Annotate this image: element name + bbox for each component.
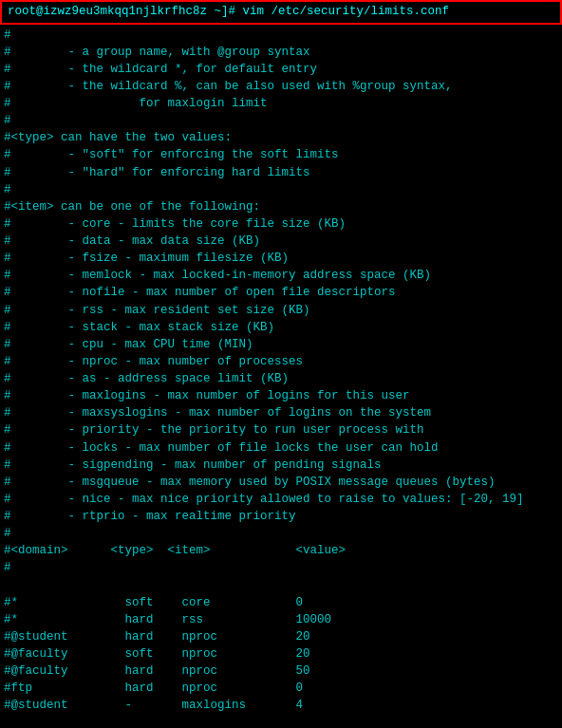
line-fsize: # - fsize - maximum filesize (KB) (4, 250, 558, 267)
line-locks: # - locks - max number of file locks the… (4, 439, 558, 457)
line-group: # - a group name, with @group syntax (4, 44, 558, 61)
line-hash5: # (4, 559, 558, 576)
terminal: root@izwz9eu3mkqq1njlkrfhc8z ~]# vim /et… (0, 0, 562, 728)
line-empty2 (4, 715, 558, 729)
line-stack: # - stack - max stack size (KB) (4, 319, 558, 336)
line-maxlogins: # - maxlogins - max number of logins for… (4, 387, 558, 404)
line-empty1 (4, 577, 558, 594)
main-content: # # - a group name, with @group syntax #… (0, 25, 562, 729)
line-rtprio: # - rtprio - max realtime priority (4, 508, 558, 525)
line-type-header: #<type> can have the two values: (4, 129, 558, 146)
title-bar: root@izwz9eu3mkqq1njlkrfhc8z ~]# vim /et… (0, 0, 562, 25)
line-hash2: # (4, 112, 558, 129)
line-wildcard1: # - the wildcard *, for default entry (4, 61, 558, 78)
line-sigpending: # - sigpending - max number of pending s… (4, 457, 558, 474)
line-ex1: #* soft core 0 (4, 594, 558, 611)
line-ex3: #@student hard nproc 20 (4, 628, 558, 645)
line-maxlogin: # for maxlogin limit (4, 95, 558, 112)
line-nofile: # - nofile - max number of open file des… (4, 284, 558, 301)
line-as: # - as - address space limit (KB) (4, 370, 558, 387)
title-text: root@izwz9eu3mkqq1njlkrfhc8z ~]# vim /et… (8, 5, 449, 18)
line-hash1: # (4, 27, 558, 44)
line-maxsyslogins: # - maxsyslogins - max number of logins … (4, 404, 558, 421)
line-cpu: # - cpu - max CPU time (MIN) (4, 336, 558, 353)
line-ex6: #ftp hard nproc 0 (4, 680, 558, 697)
line-soft: # - "soft" for enforcing the soft limits (4, 146, 558, 163)
line-rss: # - rss - max resident set size (KB) (4, 302, 558, 319)
line-ex4: #@faculty soft nproc 20 (4, 645, 558, 663)
line-data: # - data - max data size (KB) (4, 233, 558, 250)
line-memlock: # - memlock - max locked-in-memory addre… (4, 267, 558, 284)
line-priority: # - priority - the priority to run user … (4, 421, 558, 439)
line-hash3: # (4, 181, 558, 198)
line-hash4: # (4, 525, 558, 542)
line-ex2: #* hard rss 10000 (4, 611, 558, 628)
line-hard: # - "hard" for enforcing hard limits (4, 164, 558, 181)
line-item-header: #<item> can be one of the following: (4, 198, 558, 215)
line-ex7: #@student - maxlogins 4 (4, 697, 558, 714)
line-core: # - core - limits the core file size (KB… (4, 215, 558, 233)
line-nice: # - nice - max nice priority allowed to … (4, 491, 558, 508)
line-ex5: #@faculty hard nproc 50 (4, 663, 558, 680)
line-wildcard2: # - the wildcard %, can be also used wit… (4, 78, 558, 95)
line-nproc: # - nproc - max number of processes (4, 353, 558, 370)
line-msgqueue: # - msgqueue - max memory used by POSIX … (4, 474, 558, 491)
line-domain-header: #<domain> <type> <item> <value> (4, 542, 558, 559)
